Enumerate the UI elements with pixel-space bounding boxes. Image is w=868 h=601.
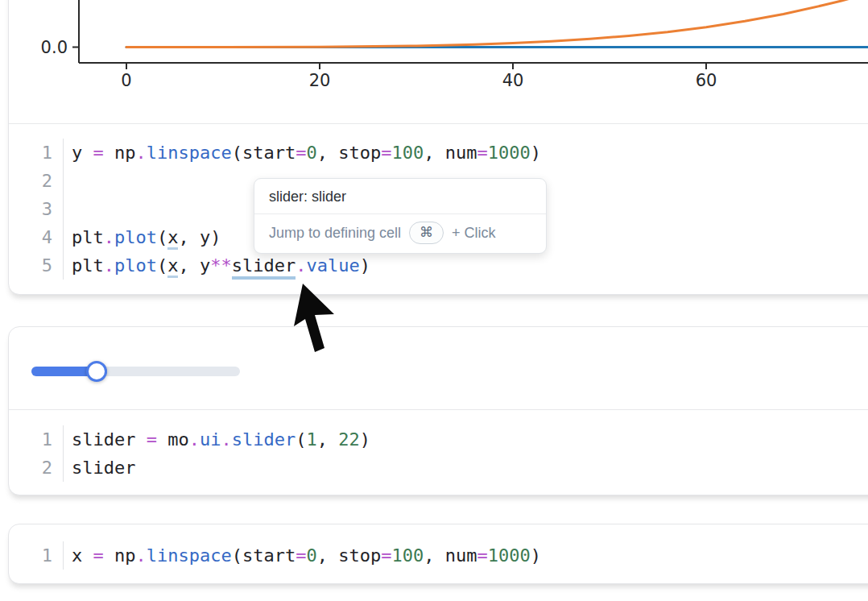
matplotlib-plot-svg: 0.00204060 — [9, 0, 868, 123]
line-number: 1 — [9, 139, 64, 167]
tooltip-action-label: Jump to defining cell — [269, 225, 401, 242]
notebook-cell-x: 1x = np.linspace(start=0, stop=100, num=… — [8, 524, 868, 584]
x-tick-label: 20 — [309, 71, 331, 90]
code-text: y = np.linspace(start=0, stop=100, num=1… — [64, 139, 541, 167]
line-number: 3 — [9, 195, 64, 223]
line-number: 2 — [9, 167, 64, 195]
code-line[interactable]: 1slider = mo.ui.slider(1, 22) — [9, 425, 868, 454]
line-number: 2 — [9, 454, 64, 482]
code-text: x = np.linspace(start=0, stop=100, num=1… — [64, 541, 541, 570]
code-text: slider — [64, 454, 135, 482]
code-text: slider = mo.ui.slider(1, 22) — [64, 425, 370, 454]
code-editor-x-cell[interactable]: 1x = np.linspace(start=0, stop=100, num=… — [9, 524, 868, 583]
notebook-cell-slider: 1slider = mo.ui.slider(1, 22)2slider — [8, 326, 868, 495]
y-tick-label: 0.0 — [41, 38, 68, 57]
code-line[interactable]: 1x = np.linspace(start=0, stop=100, num=… — [9, 541, 868, 570]
x-tick-label: 0 — [121, 71, 131, 90]
tooltip-variable-name: slider: slider — [254, 179, 546, 213]
plot-output: 0.00204060 — [9, 0, 868, 124]
code-text: plt.plot(x, y**slider.value) — [64, 251, 370, 280]
line-number: 5 — [9, 251, 64, 280]
slider-thumb[interactable] — [86, 361, 107, 382]
code-line[interactable]: 5plt.plot(x, y**slider.value) — [9, 251, 868, 280]
line-number: 1 — [9, 541, 64, 570]
tooltip-key-suffix: + Click — [452, 225, 496, 242]
slider-track[interactable] — [31, 367, 240, 376]
plot-series-1 — [126, 0, 868, 48]
line-number: 4 — [9, 223, 64, 251]
code-text: plt.plot(x, y) — [64, 223, 221, 251]
code-line[interactable]: 2slider — [9, 454, 868, 482]
x-tick-label: 60 — [696, 71, 717, 90]
code-line[interactable]: 1y = np.linspace(start=0, stop=100, num=… — [9, 139, 868, 167]
x-tick-label: 40 — [502, 71, 524, 90]
slider-output — [9, 327, 868, 410]
variable-hover-tooltip: slider: slider Jump to defining cell ⌘ +… — [254, 178, 547, 254]
line-number: 1 — [9, 425, 64, 454]
command-key-badge: ⌘ — [409, 222, 444, 244]
code-editor-slider-cell[interactable]: 1slider = mo.ui.slider(1, 22)2slider — [9, 410, 868, 495]
